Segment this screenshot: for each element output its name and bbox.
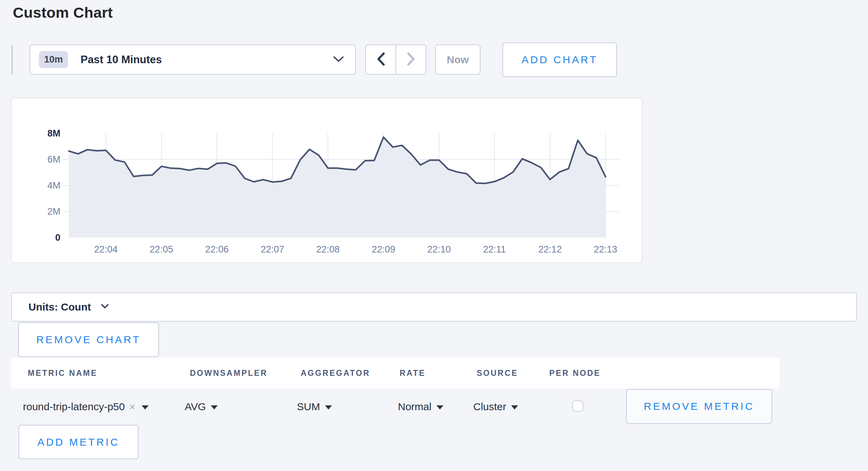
metrics-table-header: METRIC NAME DOWNSAMPLER AGGREGATOR RATE … — [11, 357, 779, 389]
y-axis-tick-label: 0 — [22, 232, 60, 243]
custom-chart-page: Custom Chart 10m Past 10 Minutes Now ADD… — [0, 0, 868, 471]
y-axis-tick-label: 2M — [22, 206, 60, 217]
y-axis-tick-label: 8M — [22, 127, 60, 139]
units-dropdown[interactable]: Units: Count — [11, 292, 857, 322]
header-rate: RATE — [400, 369, 426, 378]
x-axis-tick-label: 22:10 — [415, 244, 463, 255]
remove-chart-button[interactable]: REMOVE CHART — [18, 322, 159, 357]
next-time-button[interactable] — [396, 45, 426, 74]
y-axis-tick-label: 4M — [22, 180, 60, 191]
toolbar-divider — [11, 45, 13, 74]
caret-down-icon — [211, 405, 218, 410]
downsampler-dropdown[interactable]: AVG — [185, 399, 218, 414]
x-axis-tick-label: 22:04 — [82, 244, 130, 255]
x-axis-tick-label: 22:08 — [304, 244, 352, 255]
x-axis-tick-label: 22:09 — [359, 244, 408, 255]
chevron-down-icon — [333, 56, 344, 64]
caret-down-icon — [142, 405, 149, 410]
aggregator-dropdown[interactable]: SUM — [297, 399, 332, 414]
chevron-down-icon — [101, 304, 109, 311]
time-pager — [365, 44, 426, 75]
x-axis-tick-label: 22:06 — [193, 244, 241, 255]
prev-time-button[interactable] — [366, 45, 396, 74]
units-label: Units: Count — [28, 301, 91, 313]
chevron-left-icon — [376, 52, 385, 67]
aggregator-value: SUM — [297, 401, 320, 413]
x-axis-tick-label: 22:07 — [248, 244, 297, 255]
downsampler-value: AVG — [185, 401, 206, 413]
per-node-checkbox[interactable] — [572, 400, 583, 412]
rate-value: Normal — [398, 401, 432, 413]
header-metric-name: METRIC NAME — [28, 369, 98, 378]
time-window-badge: 10m — [39, 51, 68, 68]
caret-down-icon — [325, 405, 332, 410]
header-source: SOURCE — [477, 369, 518, 378]
clear-metric-icon[interactable]: × — [129, 400, 135, 413]
source-value: Cluster — [473, 401, 506, 413]
time-window-label: Past 10 Minutes — [81, 53, 162, 66]
header-downsampler: DOWNSAMPLER — [190, 369, 268, 378]
remove-metric-button[interactable]: REMOVE METRIC — [626, 389, 772, 424]
caret-down-icon — [436, 405, 443, 410]
x-axis-tick-label: 22:05 — [137, 244, 186, 255]
source-dropdown[interactable]: Cluster — [473, 399, 518, 414]
add-chart-button[interactable]: ADD CHART — [502, 42, 617, 77]
time-window-dropdown[interactable]: 10m Past 10 Minutes — [30, 44, 356, 75]
page-title: Custom Chart — [13, 4, 113, 21]
x-axis-tick-label: 22:12 — [526, 244, 574, 255]
area-chart — [12, 98, 643, 264]
y-axis-tick-label: 6M — [22, 154, 60, 165]
series-area-fill — [69, 137, 606, 238]
metric-chart-card: 02M4M6M8M 22:0422:0522:0622:0722:0822:09… — [11, 98, 642, 263]
caret-down-icon — [511, 405, 518, 410]
header-per-node: PER NODE — [549, 369, 601, 378]
rate-dropdown[interactable]: Normal — [398, 399, 443, 414]
now-button[interactable]: Now — [435, 44, 481, 75]
metric-name-value: round-trip-latency-p50 — [23, 401, 125, 413]
chevron-right-icon — [407, 52, 416, 67]
metric-name-dropdown[interactable]: round-trip-latency-p50 × — [23, 399, 149, 414]
add-metric-button[interactable]: ADD METRIC — [18, 425, 139, 459]
x-axis-tick-label: 22:13 — [581, 244, 630, 255]
x-axis-tick-label: 22:11 — [470, 244, 519, 255]
header-aggregator: AGGREGATOR — [301, 369, 370, 378]
